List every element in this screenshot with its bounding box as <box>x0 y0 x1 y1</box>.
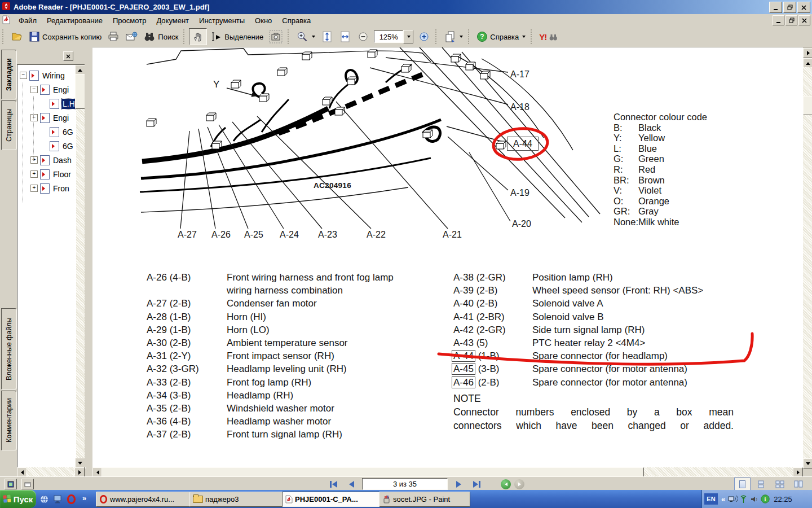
menu-item-Справка[interactable]: Справка <box>277 15 316 26</box>
continuous-facing-layout-button[interactable] <box>771 478 788 491</box>
menu-item-Просмотр[interactable]: Просмотр <box>108 15 151 26</box>
next-page-button[interactable] <box>451 479 466 489</box>
network-status-icon[interactable] <box>727 494 738 505</box>
next-view-button[interactable] <box>514 479 524 489</box>
single-page-layout-button[interactable] <box>734 478 751 491</box>
doc-close-button[interactable] <box>798 15 810 25</box>
taskbar-button-paint[interactable]: socet.JPG - Paint <box>379 492 470 507</box>
pane-splitter[interactable] <box>85 47 92 467</box>
expander-icon[interactable]: − <box>30 114 38 121</box>
sidebar-scrollbar-track[interactable] <box>76 74 85 459</box>
page-display-dropdown-arrow[interactable] <box>460 36 463 38</box>
toolbar-overflow-button[interactable] <box>803 48 812 58</box>
sidebar-hscrollbar-track[interactable] <box>26 467 76 476</box>
scroll-down-button[interactable] <box>803 458 812 468</box>
zoom-tool-button[interactable] <box>293 28 318 45</box>
page-display-button[interactable] <box>441 28 466 45</box>
tab-comments[interactable]: Комментарии <box>1 391 17 450</box>
quick-launch-overflow[interactable]: » <box>82 494 86 502</box>
page-indicator-field[interactable]: 3 из 35 <box>362 478 448 490</box>
status-icon-2[interactable] <box>21 479 34 489</box>
zoom-level-dropdown[interactable] <box>403 30 413 43</box>
connector-description: Headlamp leveling unit (RH) <box>227 362 347 375</box>
save-copy-button[interactable]: Сохранить копию <box>26 28 104 45</box>
expander-icon[interactable]: − <box>30 86 38 93</box>
print-button[interactable] <box>104 28 122 45</box>
zoom-out-button[interactable] <box>354 28 372 45</box>
expander-icon[interactable]: + <box>30 185 38 192</box>
restore-button[interactable] <box>783 2 796 13</box>
menu-item-Инструменты[interactable]: Инструменты <box>194 15 250 26</box>
yahoo-search-button[interactable]: Y! <box>536 28 561 45</box>
snapshot-button[interactable] <box>266 28 285 45</box>
bookmark-item[interactable]: −Engi <box>17 111 85 125</box>
taskbar-button-folder[interactable]: паджеро3 <box>189 492 285 507</box>
tree-guide-line <box>23 82 23 203</box>
zoom-tool-dropdown-arrow[interactable] <box>312 36 315 38</box>
previous-view-button[interactable] <box>501 479 511 489</box>
bookmark-item[interactable]: +Dash <box>17 153 85 167</box>
hand-tool-button[interactable] <box>189 28 207 45</box>
taskbar-button-pdf[interactable]: PHJE0001-C_PA... <box>282 492 382 507</box>
menu-item-Редактирование[interactable]: Редактирование <box>42 15 108 26</box>
last-page-button[interactable] <box>469 479 484 489</box>
opera-icon[interactable] <box>65 493 77 505</box>
wireless-antenna-icon[interactable] <box>738 494 749 505</box>
menu-item-Окно[interactable]: Окно <box>250 15 277 26</box>
connector-code: A-38 (2-GR) <box>453 271 532 284</box>
tab-bookmarks[interactable]: Закладки <box>1 50 17 99</box>
sidebar-scrollbar-thumb[interactable] <box>75 74 85 109</box>
bookmark-item[interactable]: +Floor <box>17 167 85 181</box>
vscrollbar-thumb[interactable] <box>803 96 812 115</box>
bookmark-item[interactable]: 6G <box>17 139 85 153</box>
show-desktop-icon[interactable] <box>52 493 63 505</box>
fit-width-button[interactable] <box>336 28 354 45</box>
facing-layout-button[interactable] <box>790 478 806 491</box>
menu-item-Файл[interactable]: Файл <box>14 15 42 26</box>
fit-page-button[interactable] <box>318 28 336 45</box>
internet-explorer-icon[interactable] <box>38 493 50 505</box>
close-button[interactable] <box>797 2 810 13</box>
zoom-level-value[interactable]: 125% <box>374 30 403 43</box>
colour-abbr: BR: <box>614 175 638 186</box>
minimize-button[interactable] <box>769 2 782 13</box>
first-page-button[interactable] <box>326 479 341 489</box>
connector-row: A-28 (1-B)Horn (HI) <box>147 310 451 323</box>
doc-minimize-button[interactable] <box>773 15 784 25</box>
expander-icon[interactable]: − <box>20 72 27 79</box>
email-button[interactable] <box>122 28 140 45</box>
sidebar-hscrollbar[interactable] <box>17 467 85 476</box>
sidebar-close-button[interactable] <box>63 51 73 61</box>
sidebar-scroll-down-button[interactable] <box>75 458 85 468</box>
expander-icon[interactable]: + <box>30 156 38 164</box>
tab-pages[interactable]: Страницы <box>1 100 17 150</box>
taskbar-button-opera[interactable]: www.pajero4x4.ru... <box>96 492 193 507</box>
volume-icon[interactable] <box>749 494 760 505</box>
help-dropdown-arrow[interactable] <box>522 36 526 38</box>
bookmark-item[interactable]: 6G <box>17 125 85 139</box>
doc-restore-button[interactable] <box>785 15 797 25</box>
help-button[interactable]: ? Справка <box>474 28 528 45</box>
status-icon-1[interactable] <box>5 479 17 489</box>
select-tool-button[interactable]: Выделение <box>207 28 266 45</box>
open-button[interactable] <box>8 28 26 45</box>
language-indicator[interactable]: EN <box>704 493 718 505</box>
note-line-1: Connector numbers enclosed by a box mean <box>453 405 734 419</box>
document-vscrollbar[interactable] <box>803 47 812 467</box>
tray-chevron[interactable]: « <box>721 495 725 503</box>
menu-item-Документ[interactable]: Документ <box>151 15 194 26</box>
zoom-level-combo[interactable]: 125% <box>374 30 413 43</box>
zoom-in-button[interactable] <box>415 28 433 45</box>
start-button[interactable]: Пуск <box>0 490 36 508</box>
tab-attachments[interactable]: Вложенные файлы <box>1 308 17 389</box>
pdf-task-icon <box>285 495 293 503</box>
info-icon[interactable]: i <box>760 494 770 505</box>
continuous-layout-button[interactable] <box>753 478 769 491</box>
svg-text:?: ? <box>480 33 484 41</box>
vscrollbar-track[interactable] <box>803 67 812 458</box>
bookmark-item[interactable]: +Fron <box>17 181 85 195</box>
document-hscrollbar[interactable] <box>92 467 803 476</box>
search-button[interactable]: Поиск <box>140 28 181 45</box>
expander-icon[interactable]: + <box>30 170 38 178</box>
previous-page-button[interactable] <box>344 479 359 489</box>
